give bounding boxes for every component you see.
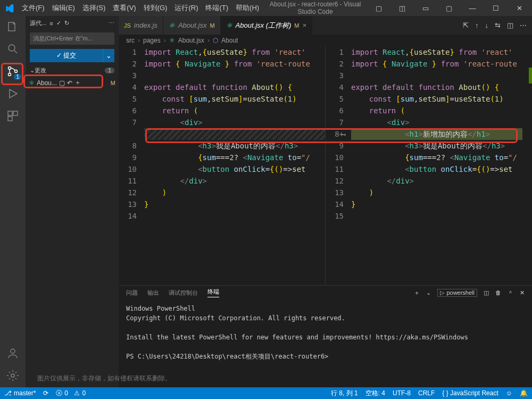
layout-icon[interactable]: ▢ (368, 4, 389, 12)
menu-view[interactable]: 查看(V) (110, 1, 139, 15)
commit-dropdown[interactable]: ⌄ (103, 49, 114, 62)
panel-tab-debug[interactable]: 调试控制台 (169, 289, 198, 297)
maximize-panel-icon[interactable]: ＾ (508, 289, 513, 297)
svg-point-7 (11, 349, 15, 353)
menu-terminal[interactable]: 终端(T) (202, 1, 231, 15)
editor-area: JSindex.js ⚛About.jsxM ⚛About.jsx (工作树)M… (119, 16, 532, 387)
tab-about-worktree[interactable]: ⚛About.jsx (工作树)M× (221, 16, 313, 35)
split-editor-icon[interactable]: ◫ (507, 21, 513, 29)
editor-tabs: JSindex.js ⚛About.jsxM ⚛About.jsx (工作树)M… (119, 16, 532, 35)
menu-edit[interactable]: 编辑(E) (49, 1, 78, 15)
stage-icon[interactable]: ＋ (74, 78, 81, 87)
menu-file[interactable]: 文件(F) (19, 1, 48, 15)
svg-rect-5 (13, 111, 18, 115)
error-icon: ⓧ (56, 389, 62, 398)
view-icon[interactable]: ≡ (49, 20, 53, 27)
line-gutter-right: 12345678+9101112131415 (326, 46, 351, 285)
discard-icon[interactable]: ↶ (67, 79, 72, 87)
react-file-icon: ⚛ (169, 37, 175, 44)
diff-right-pane[interactable]: 12345678+9101112131415 import React,{use… (325, 46, 532, 285)
more-actions-icon[interactable]: ⋯ (520, 21, 527, 29)
more-icon[interactable]: ⋯ (109, 20, 114, 27)
open-file-icon[interactable]: ▢ (59, 79, 65, 87)
commit-message-input[interactable]: 消息(Ctrl+Enter 在"m... (30, 32, 114, 45)
sidebar-header: 源代... ≡ ✓ ↻ ⋯ (26, 16, 119, 30)
prev-change-icon[interactable]: ↑ (475, 21, 479, 29)
close-tab-icon[interactable]: × (303, 21, 307, 29)
layout-icon[interactable]: ▢ (438, 4, 460, 12)
terminal-shell[interactable]: ▷powershell (437, 289, 477, 297)
search-icon[interactable] (5, 41, 20, 56)
indentation[interactable]: 空格: 4 (365, 389, 385, 398)
explorer-icon[interactable] (5, 19, 20, 34)
minimap[interactable] (522, 46, 532, 285)
feedback-icon[interactable]: ☺ (506, 389, 512, 397)
extensions-icon[interactable] (5, 109, 20, 123)
close-icon[interactable]: ✕ (509, 4, 530, 12)
next-change-icon[interactable]: ↓ (485, 21, 489, 29)
js-file-icon: JS (124, 22, 131, 29)
modified-badge: M (111, 80, 115, 86)
branch-icon: ⎇ (4, 389, 12, 397)
changed-file-row[interactable]: ⚛ Abou... ▢ ↶ ＋ M (26, 77, 119, 89)
settings-gear-icon[interactable] (5, 368, 20, 383)
minimize-icon[interactable]: — (462, 4, 483, 12)
problems-count[interactable]: ⓧ0 ⚠0 (56, 389, 86, 398)
eol[interactable]: CRLF (418, 389, 435, 397)
bottom-panel: 问题 输出 调试控制台 终端 ＋⌄ ▷powershell ◫ 🗑 ＾ ✕ Wi… (119, 285, 532, 387)
cursor-position[interactable]: 行 8, 列 1 (331, 389, 358, 398)
panel-tab-output[interactable]: 输出 (147, 289, 159, 297)
panel-tab-problems[interactable]: 问题 (126, 289, 138, 297)
panel-tab-terminal[interactable]: 终端 (207, 288, 219, 297)
kill-terminal-icon[interactable]: 🗑 (495, 289, 501, 296)
menu-run[interactable]: 运行(R) (171, 1, 201, 15)
svg-rect-6 (8, 117, 12, 121)
warning-icon: ⚠ (74, 389, 80, 397)
changes-count: 1 (105, 68, 114, 73)
sync-icon[interactable]: ⟳ (43, 389, 48, 397)
terminal-body[interactable]: Windows PowerShellCopyright (C) Microsof… (119, 300, 532, 387)
react-file-icon: ⚛ (29, 79, 35, 87)
open-changes-icon[interactable]: ⇱ (463, 21, 469, 29)
toggle-icon[interactable]: ⇆ (495, 21, 501, 29)
close-panel-icon[interactable]: ✕ (520, 289, 525, 296)
encoding[interactable]: UTF-8 (393, 389, 411, 397)
maximize-icon[interactable]: ☐ (485, 4, 506, 12)
line-gutter-left: 1234567891011121314 (119, 46, 144, 285)
account-icon[interactable] (5, 346, 20, 361)
layout-icon[interactable]: ◫ (392, 4, 413, 12)
menu-help[interactable]: 帮助(H) (232, 1, 262, 15)
react-file-icon: ⚛ (169, 21, 175, 29)
menu-select[interactable]: 选择(S) (79, 1, 109, 15)
refresh-icon[interactable]: ↻ (64, 20, 69, 27)
svg-point-3 (15, 70, 18, 73)
changes-section[interactable]: ⌄ 更改 1 (26, 64, 119, 77)
commit-button[interactable]: ✓ 提交 (30, 49, 103, 62)
tab-index-js[interactable]: JSindex.js (119, 16, 163, 35)
svg-point-8 (11, 374, 14, 377)
git-branch[interactable]: ⎇master* (4, 389, 36, 397)
source-control-icon[interactable]: 1 (5, 64, 20, 79)
notifications-icon[interactable]: 🔔 (520, 389, 528, 397)
title-bar: 文件(F) 编辑(E) 选择(S) 查看(V) 转到(G) 运行(R) 终端(T… (0, 0, 532, 16)
layout-icon[interactable]: ▭ (415, 4, 436, 12)
new-terminal-icon[interactable]: ＋ (414, 289, 420, 297)
language-mode[interactable]: { } JavaScript React (442, 389, 498, 397)
check-icon[interactable]: ✓ (56, 20, 61, 27)
run-debug-icon[interactable] (5, 86, 20, 101)
scm-badge: 1 (14, 74, 21, 80)
editor-actions: ⇱ ↑ ↓ ⇆ ◫ ⋯ (458, 16, 532, 35)
breadcrumbs[interactable]: src› pages› ⚛About.jsx› ⬡About (119, 35, 532, 46)
panel-tabs: 问题 输出 调试控制台 终端 ＋⌄ ▷powershell ◫ 🗑 ＾ ✕ (119, 286, 532, 300)
sidebar-title: 源代... (30, 19, 46, 27)
svg-point-2 (9, 73, 11, 76)
diff-left-pane[interactable]: 1234567891011121314 import React,{useSta… (119, 46, 325, 285)
layout-controls: ▢ ◫ ▭ ▢ (368, 4, 462, 12)
react-file-icon: ⚛ (226, 21, 232, 29)
activity-bar: 1 (0, 16, 26, 387)
menu-go[interactable]: 转到(G) (140, 1, 171, 15)
tab-about-jsx[interactable]: ⚛About.jsxM (163, 16, 221, 35)
symbol-icon: ⬡ (213, 37, 218, 44)
status-bar: ⎇master* ⟳ ⓧ0 ⚠0 行 8, 列 1 空格: 4 UTF-8 CR… (0, 387, 532, 399)
split-terminal-icon[interactable]: ◫ (484, 289, 489, 296)
